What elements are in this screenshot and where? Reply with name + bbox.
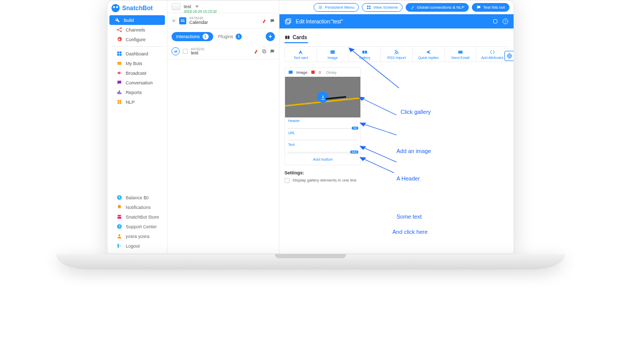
view-scheme-label: View Scheme [373,5,398,10]
add-button[interactable]: Add button [285,154,360,165]
menu-icon [318,5,323,10]
svg-rect-37 [362,51,364,54]
globe-button[interactable] [504,51,514,61]
svg-rect-42 [312,71,315,74]
svg-rect-6 [120,54,122,56]
test-bot-button[interactable]: Test this bot [472,3,509,12]
card-type-image-label: Image [328,56,337,59]
nav-notifications[interactable]: Notifications [107,202,167,212]
nav-configure[interactable]: Configure [107,35,167,44]
add-interaction-button[interactable]: + [266,32,275,41]
card-type-rss[interactable]: RSS Import [381,47,413,62]
gallery-icon [362,49,367,55]
card-type-text[interactable]: Text card [285,47,317,62]
dollar-icon: $ [117,195,122,200]
share-icon [117,27,122,33]
header-field-label: Header [288,119,357,123]
svg-line-44 [359,97,397,115]
persistent-menu-button[interactable]: Persistent Menu [314,3,359,12]
card-type-quick-label: Quick replies [418,56,439,59]
help-icon[interactable]: ? [502,18,508,24]
globe-icon [506,53,513,59]
nav-channels[interactable]: Channels [107,25,167,35]
editor-title: Edit Interaction:"test" [296,19,343,24]
svg-rect-23 [263,50,265,52]
reorder-icon[interactable]: ⇄ [172,47,180,55]
nav-logout[interactable]: Logout [107,241,167,251]
caret-down-icon [195,6,199,8]
bot-selector[interactable]: test 2018-10-29 15:15:32 [167,1,279,13]
nav-dashboard[interactable]: Dashboard [107,49,167,58]
nav-reports-label: Reports [126,90,142,95]
nav-build[interactable]: Build [109,15,165,25]
card-type-gallery-label: Gallery [359,56,370,59]
editor-header: Edit Interaction:"test" ? [279,14,514,28]
view-scheme-button[interactable]: View Scheme [362,3,403,12]
message-icon[interactable] [270,18,275,23]
card-type-picker: Text card Image Gallery RSS Import [285,46,508,62]
global-nlp-button[interactable]: Global connections & NLP [406,3,469,12]
download-icon [320,95,326,100]
card-type-image[interactable]: Image [317,47,349,62]
grid-icon [117,51,122,56]
rss-icon [394,49,400,55]
mid-tabs: Interactions 1 Plugins 1 + [167,29,279,44]
interaction-row-test[interactable]: ⇄ #478241 test [167,44,279,60]
header-input[interactable] [288,123,357,129]
card-type-gallery[interactable]: Gallery [349,47,381,62]
card-editor-tabs: Image 0 Delay [285,68,360,77]
svg-text:$: $ [119,196,120,199]
star-icon[interactable]: ★ [172,18,176,23]
persistent-menu-label: Persistent Menu [325,5,354,10]
card-type-attributes[interactable]: Add Attributes [476,47,508,62]
settings-checkbox[interactable] [285,178,290,183]
annotation-header: A Header [397,175,420,181]
nav-my-bots[interactable]: My Bots [107,58,167,68]
cards-section-title: Cards [285,33,308,43]
cards-heading-label: Cards [293,35,307,40]
nav-store[interactable]: SnatchBot Store [107,212,167,222]
link-icon[interactable] [253,49,259,54]
copy-stack-icon [285,18,292,25]
card-tab-delay[interactable]: Delay [326,70,336,75]
nav-reports[interactable]: Reports [107,87,167,97]
tab-interactions[interactable]: Interactions 1 [172,32,213,41]
svg-rect-29 [287,19,291,23]
copy-icon[interactable] [262,49,267,54]
nav-channels-label: Channels [126,27,145,33]
gallery-card-editor: Image 0 Delay Header [285,67,361,165]
svg-rect-25 [369,6,371,7]
card-tab-image[interactable]: Image [296,70,307,75]
svg-line-45 [360,123,397,135]
nav-balance[interactable]: $ Balance $0 [107,193,167,202]
interaction-row-calendar[interactable]: ★ 31 #478240 Calendar [167,13,279,29]
text-input[interactable] [288,147,357,153]
card-type-send-email[interactable]: Send Email [445,47,477,62]
svg-rect-24 [367,6,369,7]
upload-button[interactable] [317,92,328,103]
duplicate-icon[interactable] [492,18,498,24]
tab-plugins[interactable]: Plugins 1 [218,34,242,40]
card-type-quick-replies[interactable]: Quick replies [413,47,445,62]
bar-chart-icon [117,89,122,95]
svg-rect-39 [458,51,462,54]
top-toolbar: Persistent Menu View Scheme Global conne… [279,1,514,14]
interaction-checkbox[interactable] [183,49,188,54]
svg-rect-4 [120,51,122,53]
url-input[interactable] [288,135,357,140]
interaction-name: Calendar [189,20,208,25]
url-field-block: URL [285,130,360,142]
text-field-block: Text 640 [285,141,360,154]
url-field-label: URL [288,131,357,135]
sidebar: SnatchBot Build Channels Configure [107,1,167,254]
nav-support[interactable]: ? Support Center [107,222,167,231]
link-icon[interactable] [262,18,267,23]
message-icon[interactable] [270,49,275,54]
nav-conversation[interactable]: Conversation [107,78,167,87]
nlp-icon [117,99,122,105]
nav-nlp[interactable]: NLP [107,97,167,107]
nav-broadcast[interactable]: Broadcast [107,68,167,78]
nav-user[interactable]: yosra yosra [107,231,167,241]
image-upload-area[interactable] [285,77,360,117]
card-type-attrs-label: Add Attributes [481,56,503,59]
